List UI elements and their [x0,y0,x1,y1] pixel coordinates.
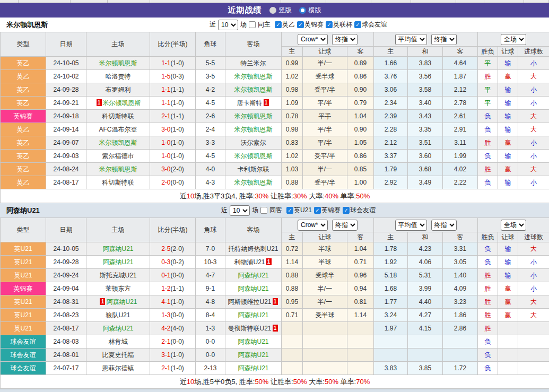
radio-selected-icon[interactable] [299,7,306,14]
fulltime-score: 2-1 [161,338,170,345]
avg-draw-odds: 3.83 [408,57,443,70]
away-team-name: 阿森纳U21 [238,364,268,372]
result-handicap: 赢 [498,282,518,295]
away-team-name: 米尔顿凯恩斯 [234,112,273,120]
odds-away-water: 0.85 [347,163,374,176]
odds-handicap: 半/一 [303,57,347,70]
league-checkbox[interactable]: ✓ [354,21,361,28]
result-winloss: 负 [478,242,498,256]
league-checkbox[interactable]: ✓ [343,207,350,214]
odds-handicap: 受半球 [303,309,347,322]
fulltime-score: 1-0 [161,152,170,160]
avg-home-odds: 2.28 [374,123,408,136]
scope-select[interactable]: 全场 [501,34,526,45]
avg-away-odds: 2.91 [443,123,478,136]
summary-stat-label: 大率: [307,378,325,386]
summary-stat-label: 单率: [338,192,356,200]
match-row: 英乙24-10-02哈洛贾特1-5(0-3)3-5米尔顿凯恩斯1.02受半球0.… [1,70,549,83]
same-venue-checkbox[interactable] [260,207,267,214]
red-card-badge: 1 [100,298,105,305]
scope-select[interactable]: 全场 [501,220,526,231]
avg-draw-odds: 3.49 [408,176,443,189]
corner-score: 2-13 [196,362,225,375]
result-handicap: 输 [498,97,518,110]
match-row: 英乙24-10-05米尔顿凯恩斯1-1(1-0)5-5特兰米尔0.99半/一0.… [1,57,549,70]
col-avg-away: 客 [443,232,478,242]
corner-score: 4-0 [196,163,225,176]
result-winloss: 负 [478,349,498,362]
league-filter[interactable]: ✓球会友谊 [343,206,376,215]
competition-badge: 英U21 [1,322,46,335]
home-team-name: 科切斯特联 [102,179,134,186]
layout-radio-horizontal[interactable]: 横版 [299,6,321,15]
home-team-name: 林肯城 [109,338,128,345]
home-team: 莱顿东方 [86,282,150,295]
league-checkbox[interactable]: ✓ [275,21,282,28]
odds-stage-select[interactable]: 终指 [332,34,358,45]
odds-home-water: 1.02 [282,70,303,83]
odds-home-water: 0.71 [282,309,303,322]
result-winloss: 负 [478,110,498,123]
halftime-score: (1-1) [171,86,184,93]
result-goals: 大 [518,309,549,322]
odds-handicap [303,335,347,349]
league-checkbox[interactable]: ✓ [326,21,333,28]
fulltime-score: 2-1 [161,112,170,120]
away-team: 卡利斯尔联 [225,163,282,176]
odds-away-water: 1.05 [347,136,374,150]
league-checkbox[interactable]: ✓ [314,207,321,214]
match-row: 英U2124-08-23狼队U211-3(0-0)8-4阿森纳U210.71受半… [1,309,549,322]
competition-badge: 英U21 [1,242,46,256]
league-filter[interactable]: ✓球会友谊 [354,20,387,29]
summary-text: 近10场,胜3平3负4, 胜率:30% 让胜率:30% 大率:40% 单率:50… [180,192,370,200]
odds-handicap: 半/一 [303,282,347,295]
match-count-select[interactable]: 10 [230,205,250,216]
match-count-select[interactable]: 10 [218,20,238,30]
result-goals: 大 [518,70,549,83]
result-goals: 小 [518,57,549,70]
league-filter[interactable]: ✓英锦赛 [314,206,341,215]
avg-home-odds: 3.37 [374,150,408,163]
layout-radio-vertical[interactable]: 竖版 [269,6,292,15]
home-team: 科切斯特联 [86,176,150,189]
summary-stat-value: 70% [356,378,370,386]
competition-badge: 英乙 [1,123,46,136]
result-goals: 小 [518,256,549,269]
table-edge-cell [281,0,326,3]
bookmaker-select[interactable]: Crow* [298,220,328,231]
bookmaker-select[interactable]: Crow* [298,34,328,45]
away-team: 阿森纳U21 [225,282,282,295]
odds-home-water: 1.03 [282,163,303,176]
home-team-name: AFC温布尔登 [99,126,137,133]
radio-unselected-icon[interactable] [269,7,276,14]
league-filter[interactable]: ✓英联杯 [326,20,352,29]
summary-stat-label: 场,胜5平0负5, 胜率: [194,378,255,386]
same-venue-checkbox[interactable] [249,21,256,28]
odds-handicap: 平手 [303,110,347,123]
league-filter[interactable]: ✓英U21 [286,206,312,215]
match-date: 24-09-03 [46,150,86,163]
odds-home-water: 0.88 [282,269,303,282]
average-select[interactable]: 平均值 [395,34,427,45]
away-team: 米尔顿凯恩斯 [225,83,282,97]
league-checkbox[interactable]: ✓ [286,207,293,214]
league-filter[interactable]: ✓英乙 [275,20,295,29]
fulltime-score: 2-1 [161,364,170,372]
average-select[interactable]: 平均值 [395,220,427,231]
match-date: 24-09-18 [46,110,86,123]
league-filter[interactable]: ✓英锦赛 [297,20,324,29]
corner-score: 9-1 [196,282,225,295]
league-checkbox[interactable]: ✓ [297,21,304,28]
halftime-score: (1-1) [171,112,184,120]
odds-stage-select[interactable]: 终指 [332,220,358,231]
summary-stat-value: 10 [187,378,194,386]
away-team: 阿森纳U21 [225,269,282,282]
odds-home-water: 0.83 [282,136,303,150]
halftime-score: (2-0) [171,245,184,252]
summary-stat-label: 让胜率: [268,192,293,200]
bottom-page-edge [0,389,549,392]
odds-away-water: 1.04 [347,242,374,256]
average-stage-select[interactable]: 终指 [431,34,457,45]
summary-text: 近10场,胜5平0负5, 胜率:50% 让胜率:50% 大率:50% 单率:70… [180,378,370,386]
average-stage-select[interactable]: 终指 [431,220,457,231]
